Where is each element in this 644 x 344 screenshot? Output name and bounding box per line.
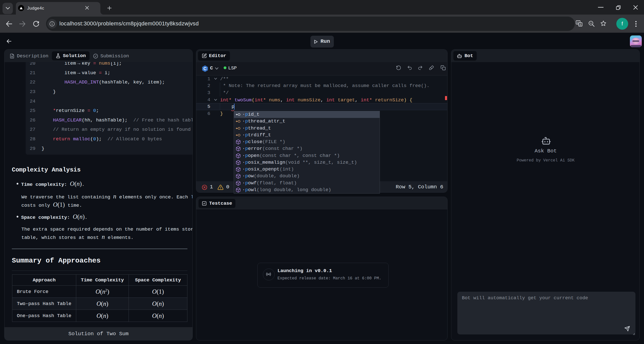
svg-text:文: 文 (579, 23, 582, 26)
svg-text:C: C (204, 66, 207, 71)
